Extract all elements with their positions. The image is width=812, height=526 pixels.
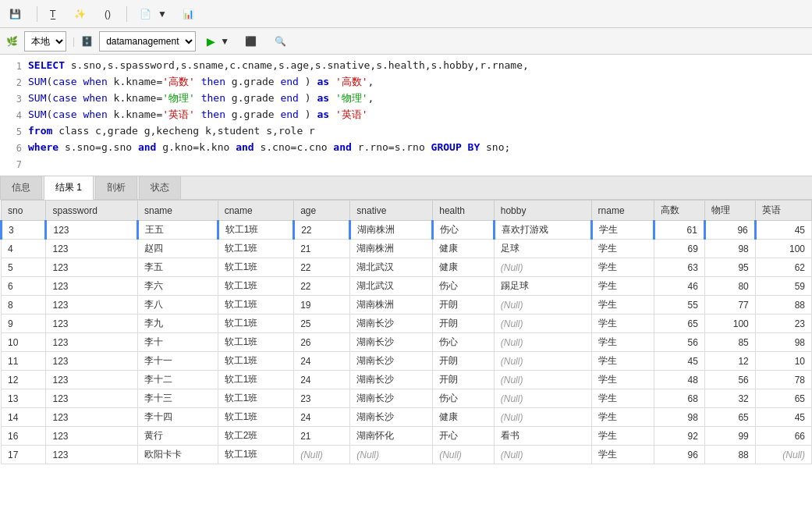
table-cell: 欧阳卡卡 [137, 446, 218, 464]
table-cell: 24 [294, 408, 350, 427]
sql-line-5: 5 from class c,grade g,kecheng k,student… [0, 123, 812, 140]
table-cell: 李五 [137, 258, 218, 277]
table-cell: 湖南长沙 [350, 371, 433, 389]
table-row[interactable]: 4123赵四软工1班21湖南株洲健康足球学生6998100 [2, 240, 812, 258]
table-row[interactable]: 10123李十软工1班26湖南长沙伤心(Null)学生568598 [2, 333, 812, 352]
table-row[interactable]: 16123黄行软工2班21湖南怀化开心看书学生929966 [2, 427, 812, 446]
table-cell: 伤心 [433, 333, 495, 352]
table-row[interactable]: 6123李六软工1班22湖北武汉伤心踢足球学生468059 [2, 277, 812, 296]
table-cell: 踢足球 [494, 277, 591, 296]
table-cell: 足球 [494, 240, 591, 258]
table-cell: 软工1班 [218, 408, 293, 427]
table-cell: 59 [755, 277, 811, 296]
beautify-sql-button[interactable]: ✨ [71, 7, 92, 21]
table-cell: 62 [755, 258, 811, 277]
sql-line-4: 4 SUM(case when k.kname='英语' then g.grad… [0, 107, 812, 123]
table-cell: 13 [2, 389, 46, 408]
explain-icon: 🔍 [275, 36, 286, 47]
table-cell: (Null) [494, 446, 591, 464]
table-cell: 11 [2, 352, 46, 371]
save-button[interactable]: 💾 [6, 7, 27, 21]
table-cell: 85 [704, 333, 755, 352]
table-cell: 学生 [591, 427, 654, 446]
table-row[interactable]: 13123李十三软工1班23湖南长沙伤心(Null)学生683265 [2, 389, 812, 408]
text-button[interactable]: 📄 ▼ [137, 7, 170, 21]
local-select[interactable]: 本地 [24, 31, 66, 52]
table-cell: (Null) [494, 258, 591, 277]
table-cell: 12 [2, 371, 46, 389]
table-cell: (Null) [433, 446, 495, 464]
table-cell: 12 [704, 352, 755, 371]
table-cell: 65 [755, 389, 811, 408]
table-cell: 学生 [591, 315, 654, 333]
table-cell: 45 [654, 352, 705, 371]
table-cell: 软工1班 [218, 240, 293, 258]
table-cell: (Null) [494, 315, 591, 333]
tab-status[interactable]: 状态 [139, 176, 181, 199]
col-rname: rname [591, 201, 654, 221]
table-cell: 92 [654, 427, 705, 446]
code-segment-button[interactable]: () [101, 7, 117, 21]
table-cell: 开心 [433, 427, 495, 446]
table-row[interactable]: 14123李十四软工1班24湖南长沙健康(Null)学生986545 [2, 408, 812, 427]
beautify-icon: ✨ [74, 9, 86, 20]
table-cell: 14 [2, 408, 46, 427]
table-cell: 软工1班 [218, 296, 293, 315]
table-cell: 软工1班 [218, 446, 293, 464]
table-cell: 赵四 [137, 240, 218, 258]
table-row[interactable]: 17123欧阳卡卡软工1班(Null)(Null)(Null)(Null)学生9… [2, 446, 812, 464]
table-cell: 健康 [433, 240, 495, 258]
table-cell: 123 [46, 427, 138, 446]
db-select[interactable]: datamanagement [99, 31, 196, 52]
table-row[interactable]: 9123李九软工1班25湖南长沙开朗(Null)学生6510023 [2, 315, 812, 333]
table-cell: 4 [2, 240, 46, 258]
table-cell: 李六 [137, 277, 218, 296]
table-cell: 123 [46, 315, 138, 333]
table-cell: 8 [2, 296, 46, 315]
sql-line-3: 3 SUM(case when k.kname='物理' then g.grad… [0, 91, 812, 107]
tab-results[interactable]: 结果 1 [44, 176, 94, 200]
table-cell: 学生 [591, 371, 654, 389]
col-snative: snative [350, 201, 433, 221]
table-cell: 22 [294, 258, 350, 277]
table-cell: 软工1班 [218, 277, 293, 296]
explain-button[interactable]: 🔍 [270, 34, 293, 48]
table-cell: 伤心 [433, 221, 495, 240]
table-cell: 22 [294, 277, 350, 296]
run-button[interactable]: ▶ ▼ [202, 34, 234, 49]
table-cell: 26 [294, 333, 350, 352]
table-cell: 学生 [591, 277, 654, 296]
table-row[interactable]: 11123李十一软工1班24湖南长沙开朗(Null)学生451210 [2, 352, 812, 371]
table-cell: 123 [46, 277, 138, 296]
table-cell: 湖南长沙 [350, 389, 433, 408]
tab-profile[interactable]: 剖析 [95, 176, 137, 199]
table-cell: 80 [704, 277, 755, 296]
table-cell: 68 [654, 389, 705, 408]
table-row[interactable]: 3123王五软工1班22湖南株洲伤心喜欢打游戏学生619645 [2, 221, 812, 240]
results-area[interactable]: sno spassword sname cname age snative he… [0, 200, 812, 526]
table-cell: (Null) [294, 446, 350, 464]
table-cell: 健康 [433, 408, 495, 427]
sql-editor[interactable]: 1 SELECT s.sno,s.spassword,s.sname,c.cna… [0, 55, 812, 176]
query-tool-button[interactable]: T̲ [47, 7, 62, 21]
table-cell: 78 [755, 371, 811, 389]
table-row[interactable]: 12123李十二软工1班24湖南长沙开朗(Null)学生485678 [2, 371, 812, 389]
table-cell: 李八 [137, 296, 218, 315]
table-row[interactable]: 8123李八软工1班19湖南株洲开朗(Null)学生557788 [2, 296, 812, 315]
tab-info[interactable]: 信息 [0, 176, 42, 199]
table-row[interactable]: 5123李五软工1班22湖北武汉健康(Null)学生639562 [2, 258, 812, 277]
stop-icon: ⬛ [245, 36, 257, 47]
table-cell: 学生 [591, 240, 654, 258]
table-cell: 湖南株洲 [350, 240, 433, 258]
stop-button[interactable]: ⬛ [240, 34, 264, 48]
table-cell: 学生 [591, 389, 654, 408]
sep: | [73, 36, 75, 47]
table-cell: 123 [46, 408, 138, 427]
table-cell: 65 [654, 315, 705, 333]
export-button[interactable]: 📊 [179, 7, 200, 21]
table-cell: 学生 [591, 352, 654, 371]
table-cell: 98 [654, 408, 705, 427]
table-cell: 李十 [137, 333, 218, 352]
table-cell: 98 [755, 333, 811, 352]
table-cell: 喜欢打游戏 [494, 221, 591, 240]
